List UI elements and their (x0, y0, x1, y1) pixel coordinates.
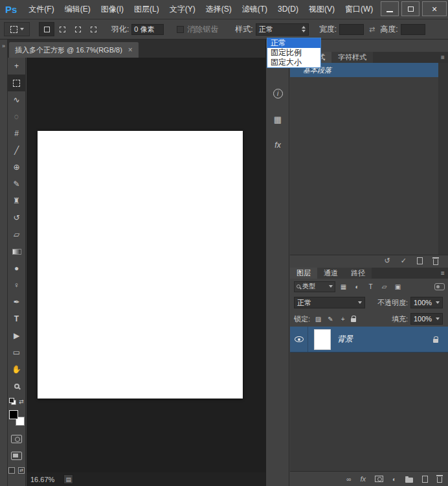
dock-mini-icon[interactable] (8, 467, 15, 474)
type-tool-button[interactable]: T (8, 310, 26, 327)
layer-name[interactable]: 背景 (337, 334, 353, 345)
pen-tool-button[interactable]: ✒ (8, 294, 26, 310)
delete-style-icon[interactable] (433, 259, 438, 265)
subtract-from-selection-mode-button[interactable] (70, 22, 85, 36)
menu-3d[interactable]: 3D(D) (273, 0, 304, 19)
canvas-area[interactable] (27, 58, 265, 472)
tab-layers[interactable]: 图层 (290, 268, 317, 279)
swap-colors-icon[interactable]: ⇄ (19, 399, 24, 405)
add-to-selection-mode-button[interactable] (54, 22, 70, 36)
menu-edit[interactable]: 编辑(E) (60, 0, 96, 19)
lock-transparency-icon[interactable]: ▨ (314, 316, 322, 323)
filter-smart-objects-icon[interactable]: ▣ (392, 283, 403, 290)
filter-toggle-switch[interactable] (434, 283, 445, 290)
dropdown-option-fixed-ratio[interactable]: 固定比例 (267, 48, 320, 58)
default-colors-icon[interactable] (9, 398, 16, 405)
document-canvas[interactable] (38, 131, 243, 399)
tab-paths[interactable]: 路径 (344, 268, 372, 279)
redefine-style-icon[interactable]: ✓ (401, 257, 407, 265)
new-selection-mode-button[interactable] (39, 22, 54, 36)
blend-mode-dropdown[interactable]: 正常 (294, 297, 365, 308)
dodge-tool-button[interactable]: ♀ (8, 277, 26, 294)
zoom-level-text[interactable]: 16.67% (30, 476, 54, 483)
screen-mode-button[interactable] (11, 452, 22, 460)
layer-row-background[interactable]: 背景 (290, 327, 448, 353)
quick-selection-tool-button[interactable]: ◌ (8, 108, 26, 125)
layer-thumbnail[interactable] (314, 329, 331, 350)
lock-all-icon[interactable] (351, 318, 356, 322)
status-info-icon[interactable]: ▤ (63, 474, 73, 484)
panel-menu-icon[interactable]: ≡ (437, 52, 448, 63)
lock-position-icon[interactable]: + (339, 316, 347, 323)
document-tab[interactable]: 插入多个正方形 @ 16.7%(RGB/8) × (9, 42, 139, 58)
tool-preset-button[interactable] (4, 22, 30, 36)
photoshop-logo[interactable]: Ps (0, 4, 23, 15)
layers-panel-menu-icon[interactable]: ≡ (437, 268, 448, 279)
new-style-icon[interactable] (417, 257, 423, 264)
crop-tool-button[interactable]: # (8, 125, 26, 142)
menu-select[interactable]: 选择(S) (201, 0, 237, 19)
tab-character-styles[interactable]: 字符样式 (331, 52, 373, 63)
eraser-tool-button[interactable]: ▱ (8, 226, 26, 243)
eyedropper-tool-button[interactable]: ╱ (8, 142, 26, 159)
tab-channels[interactable]: 通道 (317, 268, 344, 279)
layer-visibility-cell[interactable] (290, 327, 308, 352)
brush-tool-button[interactable]: ✎ (8, 176, 26, 192)
link-layers-icon[interactable]: ∞ (346, 476, 351, 483)
spot-healing-brush-tool-button[interactable]: ⊕ (8, 159, 26, 176)
lock-pixels-icon[interactable]: ✎ (326, 316, 335, 323)
move-tool-button[interactable]: + (8, 58, 26, 75)
path-selection-tool-button[interactable]: ▶ (8, 327, 26, 344)
collapse-panels-icon[interactable]: » (2, 43, 5, 49)
dropdown-option-fixed-size[interactable]: 固定大小 (267, 58, 320, 67)
style-dropdown[interactable]: 正常 (256, 23, 309, 36)
feather-input[interactable] (131, 24, 164, 35)
layer-filter-type-dropdown[interactable]: 类型 (294, 281, 335, 292)
zoom-tool-button[interactable] (8, 378, 26, 395)
close-button[interactable]: × (422, 1, 447, 16)
menu-file[interactable]: 文件(F) (23, 0, 59, 19)
foreground-color-swatch[interactable] (9, 410, 18, 419)
add-layer-mask-icon[interactable] (375, 476, 383, 482)
quick-mask-button[interactable] (11, 435, 22, 443)
filter-pixel-layers-icon[interactable]: ▦ (338, 283, 349, 290)
tab-close-icon[interactable]: × (128, 45, 133, 54)
swatches-panel-button[interactable]: ▦ (269, 110, 287, 128)
clone-stamp-tool-button[interactable]: ♜ (8, 192, 26, 209)
height-input[interactable] (401, 24, 425, 35)
maximize-button[interactable] (401, 1, 420, 16)
lasso-tool-button[interactable]: ∿ (8, 91, 26, 108)
delete-layer-icon[interactable] (437, 477, 442, 483)
hand-tool-button[interactable]: ✋ (8, 361, 26, 378)
fill-dropdown[interactable]: 100% (410, 313, 443, 325)
dock-arrows-icon[interactable]: ⇄ (18, 467, 25, 474)
info-panel-button[interactable]: i (269, 84, 287, 102)
layer-style-fx-icon[interactable]: fx (360, 475, 366, 483)
filter-shape-layers-icon[interactable]: ▱ (379, 283, 390, 290)
minimize-button[interactable] (381, 1, 399, 16)
menu-window[interactable]: 窗口(W) (340, 0, 378, 19)
dropdown-option-normal[interactable]: 正常 (267, 38, 320, 48)
filter-type-layers-icon[interactable]: T (365, 283, 376, 290)
styles-panel-button[interactable]: fx (269, 136, 287, 154)
rectangle-tool-button[interactable]: ▭ (8, 344, 26, 361)
history-brush-tool-button[interactable]: ↺ (8, 209, 26, 226)
width-input[interactable] (339, 24, 364, 35)
filter-adjustment-layers-icon[interactable]: ◐ (352, 283, 363, 290)
swap-width-height-icon[interactable]: ⇄ (369, 25, 375, 34)
menu-image[interactable]: 图像(I) (96, 0, 129, 19)
blur-tool-button[interactable]: ● (8, 260, 26, 277)
gradient-tool-button[interactable] (8, 243, 26, 260)
intersect-selection-mode-button[interactable] (85, 22, 101, 36)
opacity-dropdown[interactable]: 100% (410, 297, 443, 308)
adjustment-layer-icon[interactable]: ◐ (392, 476, 396, 483)
new-layer-icon[interactable] (422, 476, 428, 483)
menu-layer[interactable]: 图层(L) (129, 0, 164, 19)
scrollbar-gutter[interactable] (438, 63, 448, 255)
menu-view[interactable]: 视图(V) (304, 0, 340, 19)
antialias-checkbox[interactable] (177, 26, 184, 33)
clear-overrides-icon[interactable]: ↺ (385, 257, 390, 265)
menu-type[interactable]: 文字(Y) (164, 0, 201, 19)
new-group-icon[interactable] (405, 478, 413, 483)
menu-filter[interactable]: 滤镜(T) (237, 0, 273, 19)
